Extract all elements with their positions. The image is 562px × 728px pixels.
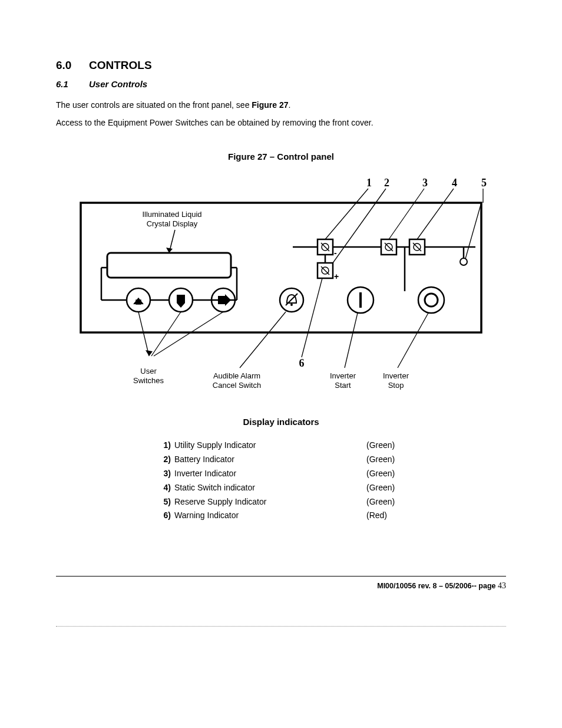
subsection-title: User Controls <box>89 79 147 89</box>
svg-line-43 <box>325 189 368 239</box>
paragraph-1: The user controls are situated on the fr… <box>56 100 506 110</box>
callout-1: 1 <box>366 177 372 189</box>
svg-line-54 <box>240 312 286 368</box>
svg-line-51 <box>151 312 181 356</box>
callout-3: 3 <box>422 177 428 189</box>
alarm-label-1: Audible Alarm <box>213 371 260 380</box>
paragraph-2: Access to the Equipment Power Switches c… <box>56 117 506 128</box>
section-title: CONTROLS <box>89 59 152 71</box>
footer-doc-id: MI00/10056 rev. 8 – 05/2006-- page <box>377 582 498 590</box>
svg-line-52 <box>154 312 223 356</box>
lcd-label-1: Illuminated Liquid <box>142 210 201 219</box>
subsection-number: 6.1 <box>56 79 89 89</box>
section-heading: 6.0CONTROLS <box>56 59 506 72</box>
inv-stop-label-1: Inverter <box>383 371 409 380</box>
control-panel-diagram: 1 2 3 4 5 Illuminated Liquid Crystal Dis… <box>75 173 487 399</box>
inv-start-label-2: Start <box>335 381 351 390</box>
subsection-heading: 6.1User Controls <box>56 79 506 89</box>
user-switches-label-2: Switches <box>133 376 164 385</box>
indicators-table: 1) Utility Supply Indicator (Green) 2) B… <box>154 439 408 523</box>
figure-ref: Figure 27 <box>252 100 288 110</box>
footer-rule <box>56 576 506 577</box>
page-footer: MI00/10056 rev. 8 – 05/2006-- page 43 <box>56 581 506 591</box>
svg-text:-: - <box>334 248 337 258</box>
svg-point-18 <box>290 304 293 306</box>
alarm-cancel-switch <box>280 288 303 312</box>
svg-point-22 <box>418 287 444 313</box>
indicator-row: 4) Static Switch indicator (Green) <box>154 481 408 495</box>
indicator-row: 3) Inverter Indicator (Green) <box>154 467 408 481</box>
indicator-row: 1) Utility Supply Indicator (Green) <box>154 439 408 453</box>
svg-line-48 <box>465 203 481 259</box>
indicator-row: 6) Warning Indicator (Red) <box>154 509 408 523</box>
user-switch-1 <box>127 288 150 312</box>
svg-line-50 <box>138 312 149 356</box>
svg-rect-13 <box>177 295 185 303</box>
callout-5: 5 <box>481 177 487 189</box>
callout-2: 2 <box>384 177 389 189</box>
inverter-stop-button <box>418 287 444 313</box>
inverter-start-button <box>348 287 373 313</box>
indicator-row: 5) Reserve Supply Indicator (Green) <box>154 495 408 509</box>
svg-line-55 <box>345 313 358 368</box>
callout-6: 6 <box>299 357 305 369</box>
document-page: 6.0CONTROLS 6.1User Controls The user co… <box>0 0 562 662</box>
figure-caption: Figure 27 – Control panel <box>56 151 506 162</box>
svg-line-45 <box>389 189 424 239</box>
svg-marker-53 <box>146 350 153 356</box>
svg-point-23 <box>425 294 438 307</box>
section-number: 6.0 <box>56 59 89 72</box>
svg-rect-3 <box>107 253 231 278</box>
svg-text:+: + <box>334 272 339 281</box>
svg-line-56 <box>398 313 428 368</box>
alarm-label-2: Cancel Switch <box>213 381 261 390</box>
footer-page-number: 43 <box>498 581 506 590</box>
inv-stop-label-2: Stop <box>388 381 404 390</box>
diagram-svg: 1 2 3 4 5 Illuminated Liquid Crystal Dis… <box>75 173 487 397</box>
user-switch-2 <box>169 288 193 312</box>
indicator-row: 2) Battery Indicator (Green) <box>154 453 408 467</box>
user-switches-label-1: User <box>140 367 157 375</box>
svg-rect-16 <box>218 296 225 304</box>
lcd-label-2: Crystal Display <box>147 219 198 228</box>
svg-line-46 <box>417 189 454 239</box>
svg-line-44 <box>333 189 386 263</box>
callout-4: 4 <box>452 177 457 189</box>
svg-point-41 <box>460 258 467 265</box>
inv-start-label-1: Inverter <box>330 371 356 380</box>
svg-rect-0 <box>81 203 481 332</box>
indicators-heading: Display indicators <box>56 417 506 427</box>
svg-line-49 <box>302 278 322 357</box>
dotted-rule <box>56 626 506 627</box>
